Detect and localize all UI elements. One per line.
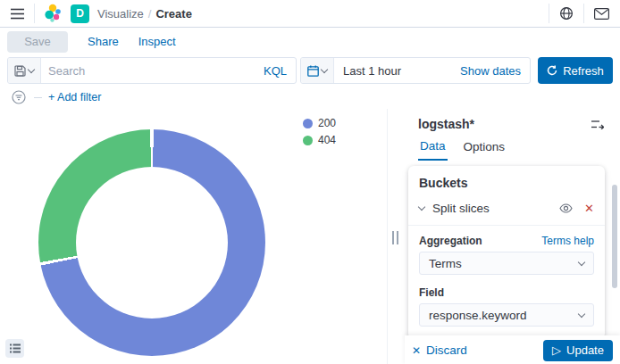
filter-bar-dash [34, 97, 42, 98]
search-input[interactable] [41, 64, 255, 78]
buckets-heading: Buckets [419, 176, 594, 190]
field-label: Field [419, 286, 444, 299]
nav-divider [583, 4, 584, 23]
calendar-icon [307, 65, 319, 77]
toggle-legend-button[interactable] [5, 339, 24, 358]
breadcrumb-create: Create [155, 7, 191, 21]
chart-legend: 200 404 [303, 117, 336, 146]
date-picker: Last 1 hour Show dates [300, 57, 531, 84]
play-icon: ▷ [552, 343, 561, 357]
terms-help-link[interactable]: Terms help [541, 235, 594, 247]
field-value: response.keyword [429, 309, 527, 322]
sidebar-scrollbar[interactable] [612, 185, 617, 288]
newsfeed-button[interactable] [592, 6, 611, 21]
refresh-icon [547, 65, 557, 76]
card-divider [408, 225, 605, 226]
visualize-toolbar: Save Share Inspect [0, 28, 620, 55]
remove-bucket-button[interactable]: ✕ [584, 203, 594, 214]
globe-icon [559, 6, 574, 21]
x-icon: ✕ [412, 344, 421, 357]
sidebar-action-bar: ✕ Discard ▷ Update [405, 335, 620, 364]
hamburger-icon [11, 8, 24, 20]
refresh-label: Refresh [563, 64, 604, 78]
chevron-down-icon [321, 65, 328, 72]
breadcrumb: Visualize / Create [97, 7, 192, 21]
update-button[interactable]: ▷ Update [543, 340, 613, 361]
donut-hole [76, 167, 228, 318]
space-avatar[interactable]: D [71, 4, 89, 23]
legend-item-200[interactable]: 200 [303, 117, 336, 129]
split-slices-accordion[interactable]: Split slices ✕ [419, 202, 594, 215]
buckets-card: Buckets Split slices ✕ [408, 166, 605, 339]
legend-item-404[interactable]: 404 [303, 134, 336, 146]
panel-resizer[interactable] [388, 109, 405, 364]
legend-label: 404 [318, 134, 336, 146]
menu-right-icon [591, 120, 604, 129]
chart-area: 200 404 [0, 109, 388, 364]
discard-button[interactable]: ✕ Discard [412, 343, 467, 357]
toggle-visibility-button[interactable] [557, 202, 574, 215]
breadcrumb-separator: / [148, 7, 152, 21]
chevron-down-icon [578, 258, 585, 265]
saved-query-menu-button[interactable] [8, 58, 41, 83]
top-nav: D Visualize / Create [0, 0, 620, 28]
tab-options[interactable]: Options [462, 139, 507, 161]
show-dates-button[interactable]: Show dates [451, 64, 530, 78]
tab-data[interactable]: Data [418, 139, 448, 161]
inspect-button[interactable]: Inspect [138, 35, 176, 48]
quick-select-time-button[interactable] [301, 58, 334, 83]
legend-dot-blue [303, 119, 313, 128]
collapse-sidebar-button[interactable] [590, 118, 606, 131]
elastic-logo-icon [43, 4, 63, 23]
nav-divider [549, 4, 549, 23]
share-button[interactable]: Share [88, 35, 119, 48]
aggregation-field-group: Aggregation Terms help Terms [419, 235, 594, 275]
eye-icon [559, 203, 573, 213]
nav-divider [34, 4, 35, 23]
resize-handle-icon [392, 231, 398, 244]
search-bar: KQL [7, 57, 297, 84]
update-label: Update [566, 343, 604, 357]
help-globe-button[interactable] [557, 4, 575, 22]
aggregation-select[interactable]: Terms [419, 252, 594, 275]
index-pattern-title: logstash* [418, 117, 474, 131]
legend-dot-green [303, 136, 313, 145]
chevron-down-icon [578, 310, 585, 317]
query-bar: KQL Last 1 hour Show dates Refresh [0, 55, 620, 86]
discard-label: Discard [426, 343, 467, 357]
envelope-icon [594, 8, 609, 20]
split-slices-label: Split slices [432, 202, 490, 215]
time-range-value[interactable]: Last 1 hour [334, 64, 401, 78]
sidebar-tabs: Data Options [418, 139, 606, 161]
vis-editor-sidebar: logstash* Data Options Buckets Split sli… [405, 109, 620, 364]
chevron-down-icon [28, 65, 35, 72]
save-button[interactable]: Save [7, 31, 68, 53]
add-filter-link[interactable]: + Add filter [48, 91, 101, 103]
hamburger-menu-button[interactable] [9, 6, 26, 21]
filter-options-button[interactable] [10, 88, 28, 106]
chevron-down-icon [418, 203, 425, 211]
main-content: 200 404 [0, 109, 620, 364]
aggregation-value: Terms [429, 257, 462, 270]
legend-label: 200 [318, 117, 336, 129]
field-select[interactable]: response.keyword [419, 303, 594, 327]
breadcrumb-visualize[interactable]: Visualize [97, 7, 144, 21]
filter-bar: + Add filter [0, 86, 620, 109]
kql-button[interactable]: KQL [255, 64, 296, 78]
filter-circle-icon [12, 90, 26, 104]
refresh-button[interactable]: Refresh [538, 57, 613, 84]
list-icon [10, 343, 21, 353]
field-field-group: Field response.keyword [419, 286, 594, 327]
aggregation-label: Aggregation [419, 235, 482, 247]
floppy-save-icon [14, 65, 26, 77]
